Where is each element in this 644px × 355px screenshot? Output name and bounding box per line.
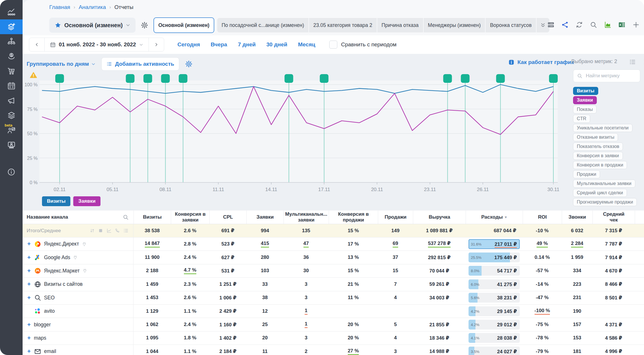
table-row-email[interactable]: +email1 0441.1 %2 184 ₽11227 %314 988 ₽3… <box>23 345 644 355</box>
how-chart-works-link[interactable]: Как работает график <box>508 59 574 65</box>
expand-button[interactable]: + <box>27 294 31 301</box>
compare-checkbox[interactable] <box>329 41 337 49</box>
expand-button[interactable]: + <box>27 335 31 341</box>
expenses-bar[interactable]: 4.2%29 145 ₽ <box>469 306 520 316</box>
column-header-6[interactable]: Продажи <box>378 211 413 224</box>
tab-report-2[interactable]: 23.05 категория товара 2 <box>309 18 377 32</box>
prev-period-button[interactable] <box>29 38 44 51</box>
activity-marker[interactable] <box>320 74 328 83</box>
compare-period-toggle[interactable]: Сравнить с периодом <box>329 41 397 49</box>
metric-tag-0[interactable]: Визиты <box>573 87 598 95</box>
column-header-7[interactable]: Выручка <box>413 211 466 224</box>
refresh-icon[interactable] <box>575 21 583 29</box>
legend-0[interactable]: Визиты <box>42 196 70 206</box>
tab-report-1[interactable]: По посадочной с...анице (изменен) <box>217 18 308 32</box>
square-icon[interactable] <box>98 228 103 233</box>
tab-report-0[interactable]: Основной (изменен) <box>153 17 214 33</box>
expand-button[interactable]: + <box>27 254 31 261</box>
expenses-bar[interactable]: 31.6%217 011 ₽ <box>469 239 520 249</box>
sidebar-item-calendar[interactable] <box>0 78 23 93</box>
channel-name[interactable]: Google Ads <box>44 255 70 261</box>
search-icon[interactable] <box>590 21 597 29</box>
metric-tag-8[interactable]: Конверсия в продажи <box>573 161 627 169</box>
sidebar-item-managers[interactable]: beta <box>0 123 23 138</box>
table-row-Яндекс.Директ[interactable]: +Яндекс.Директ14 8472.8 %523 ₽4154717 %6… <box>23 237 644 250</box>
column-header-8[interactable]: Расходы▼ <box>466 211 523 224</box>
metric-tag-10[interactable]: Мультиканальные заявки <box>573 180 635 188</box>
group-by-dropdown[interactable]: Группировать по дням <box>27 61 96 67</box>
metric-tag-4[interactable]: Уникальные посетители <box>573 124 632 132</box>
date-range-picker[interactable]: 01 нояб. 2022 - 30 нояб. 2022 <box>44 38 149 51</box>
activity-marker[interactable] <box>143 74 152 83</box>
metric-tag-9[interactable]: Продажи <box>573 170 600 178</box>
quick-period-1[interactable]: Вчера <box>211 41 227 48</box>
metric-tag-5[interactable]: Отказные визиты <box>573 133 618 141</box>
table-row-Яндекс.Маркет[interactable]: +Яндекс.Маркет2 1884.7 %531 ₽1033015 %15… <box>23 264 644 277</box>
sidebar-item-marketing[interactable] <box>0 93 23 108</box>
warning-icon[interactable] <box>30 71 37 79</box>
column-header-1[interactable]: Конверсия в заявки <box>171 211 209 224</box>
line-chart[interactable]: 0 %25 %50 %75 %100 %02.1105.1108.1111.11… <box>23 54 644 211</box>
sidebar-item-funnel[interactable] <box>0 34 23 49</box>
activity-marker[interactable] <box>179 74 187 83</box>
share-icon[interactable] <box>561 21 569 29</box>
expenses-bar[interactable]: 8.0%54 717 ₽ <box>469 266 520 276</box>
expand-button[interactable]: + <box>27 348 31 355</box>
expenses-bar[interactable]: 4.2%29 012 ₽ <box>469 320 520 330</box>
table-row-blogger[interactable]: +blogger1 0622.4 %1 160 ₽25120 %521 855 … <box>23 318 644 331</box>
metric-tag-12[interactable]: Прогнозируемые продажи <box>573 198 637 206</box>
phone-icon[interactable] <box>115 228 120 233</box>
activity-marker[interactable] <box>126 74 134 83</box>
breadcrumb-analytics[interactable]: Аналитика <box>79 4 106 10</box>
table-row-Визиты с сайтов[interactable]: +Визиты с сайтов1 4592.3 %1 251 ₽33321 %… <box>23 277 644 291</box>
sidebar-item-orders[interactable] <box>0 64 23 78</box>
sort-icon[interactable] <box>89 228 95 233</box>
chart-mini-icon[interactable] <box>106 228 112 233</box>
chart-area-icon[interactable] <box>604 21 612 29</box>
report-settings-gear-icon[interactable] <box>141 21 148 29</box>
sidebar-item-integrations[interactable] <box>0 108 23 123</box>
sidebar-item-finance[interactable] <box>0 49 23 64</box>
expenses-bar[interactable]: 5.6%38 231 ₽ <box>469 293 520 303</box>
column-header-9[interactable]: ROI <box>523 211 562 224</box>
plus-icon[interactable] <box>632 21 640 29</box>
rows-icon[interactable] <box>547 21 555 29</box>
channel-name[interactable]: Визиты с сайтов <box>44 281 83 287</box>
metric-tag-1[interactable]: Заявки <box>573 96 597 104</box>
channel-name[interactable]: Яндекс.Директ <box>44 241 79 247</box>
metric-tag-2[interactable]: Показы <box>573 105 597 114</box>
channel-name[interactable]: Яндекс.Маркет <box>44 268 80 274</box>
excel-icon[interactable] <box>618 21 626 29</box>
channel-name[interactable]: maps <box>34 335 46 341</box>
metric-tag-11[interactable]: Средний цикл сделки <box>573 189 627 197</box>
column-header-4[interactable]: Мультиканальн... заявки <box>283 211 329 224</box>
channel-name[interactable]: blogger <box>34 322 51 328</box>
tab-report-3[interactable]: Причина отказа <box>377 18 423 32</box>
expand-button[interactable]: + <box>27 321 31 328</box>
metric-tag-7[interactable]: Конверсия в заявки <box>573 152 623 160</box>
list-icon[interactable] <box>123 228 129 233</box>
report-selector[interactable]: Основной (изменен) <box>49 18 136 33</box>
channel-name[interactable]: SEO <box>44 295 55 301</box>
breadcrumb-home[interactable]: Главная <box>49 4 70 10</box>
activity-marker[interactable] <box>549 74 558 83</box>
activity-marker[interactable] <box>461 74 470 83</box>
table-row-maps[interactable]: +maps1 0951.8 %1 402 ₽20320 %418 346 ₽4.… <box>23 331 644 345</box>
expand-button[interactable]: + <box>27 241 31 247</box>
table-row-SEO[interactable]: +SEO1 4532.6 %1 006 ₽38311 %434 003 ₽5.6… <box>23 291 644 304</box>
activity-marker[interactable] <box>285 74 293 83</box>
list-icon[interactable] <box>629 58 636 65</box>
channel-name[interactable]: email <box>44 348 56 354</box>
next-period-button[interactable] <box>149 38 164 51</box>
quick-period-3[interactable]: 30 дней <box>266 41 287 48</box>
channel-name[interactable]: avito <box>44 308 55 314</box>
legend-1[interactable]: Заявки <box>73 196 100 206</box>
sidebar-item-audience[interactable] <box>0 138 23 152</box>
expenses-bar[interactable]: 25.5%175 449 ₽ <box>469 252 520 262</box>
tab-report-4[interactable]: Менеджеры (изменен) <box>424 18 485 32</box>
activity-marker[interactable] <box>161 74 170 83</box>
sidebar-item-help[interactable] <box>0 164 23 179</box>
quick-period-2[interactable]: 7 дней <box>238 41 256 48</box>
activity-marker[interactable] <box>443 74 452 83</box>
metric-search-input[interactable] <box>585 73 633 79</box>
